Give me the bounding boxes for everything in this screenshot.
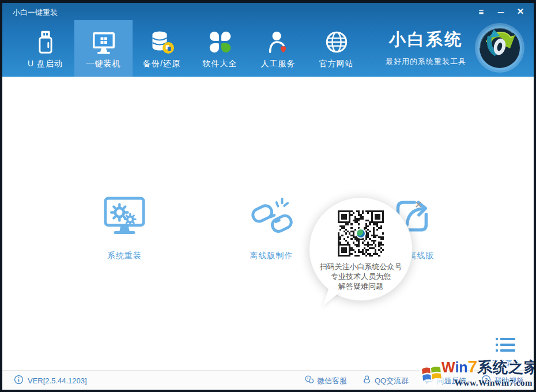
info-icon[interactable]: [14, 375, 24, 387]
nav-item-backup-restore[interactable]: 备份/还原: [133, 20, 191, 77]
header: 小白一键重装 ≡ ─ ✕ U 盘启动: [2, 3, 534, 77]
feedback-link[interactable]: 问题反馈: [424, 375, 466, 387]
nav-item-official-website[interactable]: 官方网站: [307, 20, 365, 77]
footer-link-label: QQ交流群: [375, 376, 409, 386]
broken-link-icon: [250, 230, 293, 240]
brand-block: 小白系统 最好用的系统重装工具: [383, 28, 469, 67]
monitor-windows-icon: [90, 28, 118, 56]
wechat-icon: [304, 375, 314, 387]
help-question-icon: ?: [481, 375, 491, 387]
version-text: VER[2.5.44.1203]: [28, 376, 87, 385]
bubble-close-icon[interactable]: ✕: [413, 199, 424, 211]
person-heart-icon: [265, 28, 292, 56]
globe-icon: [323, 28, 350, 56]
boot-menu-list-icon: [496, 345, 515, 355]
usb-drive-icon: [32, 28, 59, 56]
help-video-link[interactable]: ? 帮助视频: [481, 375, 524, 387]
monitor-gears-icon: [103, 230, 146, 240]
nav-item-one-key-install[interactable]: 一键装机: [74, 20, 133, 77]
qr-popup-line: 专业技术人员为您: [320, 272, 402, 281]
footer: VER[2.5.44.1203] 微信客服: [2, 370, 534, 390]
titlebar: 小白一键重装 ≡ ─ ✕: [2, 3, 534, 20]
nav-item-usb-boot[interactable]: U 盘启动: [16, 20, 74, 77]
footer-link-label: 问题反馈: [436, 376, 466, 386]
close-icon[interactable]: ✕: [513, 5, 528, 18]
main-nav: U 盘启动 一键装机: [2, 20, 534, 77]
qq-icon: [362, 375, 372, 387]
nav-label: U 盘启动: [28, 59, 63, 69]
app-window: 小白一键重装 ≡ ─ ✕ U 盘启动: [0, 0, 536, 392]
action-label: 离线版制作: [222, 251, 320, 261]
menu-icon[interactable]: ≡: [474, 5, 489, 18]
app-logo-icon: [474, 22, 526, 74]
qr-center-logo-icon: [356, 228, 366, 239]
svg-text:?: ?: [485, 377, 488, 383]
nav-item-manual-service[interactable]: 人工服务: [249, 20, 307, 77]
boot-menu-label: 开机菜单: [485, 359, 526, 368]
main-content: 系统重装 离线版制作: [2, 77, 534, 370]
minimize-icon[interactable]: ─: [493, 5, 508, 18]
nav-label: 官方网站: [319, 59, 354, 69]
database-backup-icon: [148, 28, 176, 56]
clover-apps-icon: [207, 28, 233, 56]
footer-link-label: 帮助视频: [494, 376, 524, 386]
window-controls: ≡ ─ ✕: [474, 5, 528, 18]
wechat-service-link[interactable]: 微信客服: [304, 375, 347, 387]
footer-links: 微信客服 QQ交流群: [304, 375, 524, 387]
nav-label: 人工服务: [261, 59, 296, 69]
brand-name: 小白系统: [383, 28, 469, 51]
qr-popup-bubble: 扫码关注小白系统公众号 专业技术人员为您 解答疑难问题: [309, 197, 413, 301]
qr-code: [338, 210, 384, 257]
action-system-reinstall[interactable]: 系统重装: [76, 194, 173, 261]
qq-group-link[interactable]: QQ交流群: [362, 375, 409, 387]
action-label: 系统重装: [76, 251, 173, 261]
boot-menu-button[interactable]: 开机菜单: [485, 337, 526, 368]
nav-label: 软件大全: [203, 59, 237, 69]
brand-slogan: 最好用的系统重装工具: [383, 56, 469, 67]
nav-label: 一键装机: [86, 59, 121, 69]
footer-link-label: 微信客服: [317, 376, 347, 386]
nav-label: 备份/还原: [143, 59, 180, 69]
version-row: VER[2.5.44.1203]: [14, 375, 87, 387]
qr-popup-line: 扫码关注小白系统公众号: [320, 262, 402, 272]
window-title: 小白一键重装: [13, 7, 58, 18]
action-offline-version-create[interactable]: 离线版制作: [222, 194, 320, 261]
nav-item-software-collection[interactable]: 软件大全: [191, 20, 249, 77]
feedback-bubble-icon: [424, 375, 433, 387]
